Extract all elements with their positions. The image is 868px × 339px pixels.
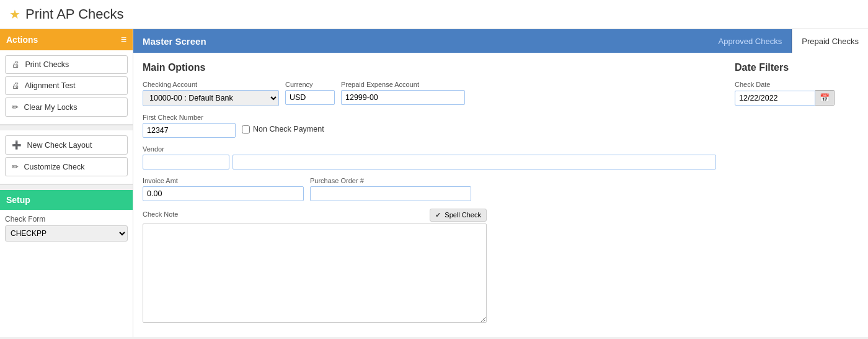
check-form-select[interactable]: CHECKPP CHECKSTD CHECKPRE bbox=[5, 225, 128, 242]
clear-my-locks-label: Clear My Locks bbox=[24, 103, 77, 112]
printer2-icon: 🖨 bbox=[12, 81, 20, 90]
check-note-textarea[interactable] bbox=[143, 224, 487, 323]
prepaid-expense-input[interactable] bbox=[341, 90, 465, 105]
form-row-1: Checking Account 10000-00 : Default Bank… bbox=[143, 81, 716, 106]
vendor-input-2[interactable] bbox=[232, 155, 716, 170]
form-row-vendor: Vendor bbox=[143, 145, 716, 170]
date-filters-panel: Date Filters Check Date 📅 bbox=[735, 62, 859, 328]
vendor-inputs bbox=[143, 155, 716, 170]
star-icon: ★ bbox=[9, 7, 20, 22]
setup-section: Setup Check Form CHECKPP CHECKSTD CHECKP… bbox=[0, 190, 133, 246]
main-body: Main Options Checking Account 10000-00 :… bbox=[133, 53, 868, 337]
printer-icon: 🖨 bbox=[12, 60, 20, 69]
setup-label: Setup bbox=[6, 195, 30, 205]
sidebar-divider-1 bbox=[0, 125, 133, 130]
invoice-amt-input[interactable] bbox=[143, 186, 304, 201]
vendor-input-1[interactable] bbox=[143, 155, 229, 170]
invoice-amt-group: Invoice Amt bbox=[143, 177, 304, 201]
master-screen-title: Master Screen bbox=[133, 29, 709, 53]
page-title: Print AP Checks bbox=[25, 6, 124, 22]
check-date-label: Check Date bbox=[735, 81, 859, 88]
currency-label: Currency bbox=[285, 81, 335, 88]
pencil-icon: ✏ bbox=[12, 103, 19, 112]
main-layout: Actions ≡ 🖨 Print Checks 🖨 Alignment Tes… bbox=[0, 29, 868, 337]
sidebar: Actions ≡ 🖨 Print Checks 🖨 Alignment Tes… bbox=[0, 29, 133, 337]
first-check-number-label: First Check Number bbox=[143, 114, 236, 121]
checking-account-select[interactable]: 10000-00 : Default Bank bbox=[143, 90, 279, 106]
main-options-panel: Main Options Checking Account 10000-00 :… bbox=[143, 62, 716, 328]
currency-group: Currency bbox=[285, 81, 335, 105]
spell-check-button[interactable]: ✔ Spell Check bbox=[430, 209, 487, 222]
non-check-payment-checkbox[interactable] bbox=[242, 125, 250, 133]
master-screen-header: Master Screen Approved Checks Prepaid Ch… bbox=[133, 29, 868, 53]
plus-icon: ➕ bbox=[12, 141, 22, 150]
sidebar-divider-2 bbox=[0, 185, 133, 190]
checking-account-group: Checking Account 10000-00 : Default Bank bbox=[143, 81, 279, 106]
check-icon: ✔ bbox=[435, 211, 441, 219]
purchase-order-input[interactable] bbox=[310, 186, 471, 201]
actions-header: Actions ≡ bbox=[0, 29, 133, 50]
checking-account-label: Checking Account bbox=[143, 81, 279, 88]
prepaid-expense-label: Prepaid Expense Account bbox=[341, 81, 465, 88]
vendor-label: Vendor bbox=[143, 145, 716, 153]
purchase-order-group: Purchase Order # bbox=[310, 177, 471, 201]
check-note-label: Check Note bbox=[143, 210, 178, 218]
main-options-title: Main Options bbox=[143, 62, 716, 73]
check-date-input[interactable] bbox=[735, 91, 815, 106]
print-checks-label: Print Checks bbox=[25, 60, 69, 69]
calendar-button[interactable]: 📅 bbox=[815, 90, 835, 106]
customize-check-label: Customize Check bbox=[24, 163, 84, 171]
menu-icon[interactable]: ≡ bbox=[121, 34, 126, 45]
spell-check-label: Spell Check bbox=[445, 211, 481, 219]
new-check-layout-label: New Check Layout bbox=[27, 141, 92, 150]
purchase-order-label: Purchase Order # bbox=[310, 177, 471, 184]
vendor-group: Vendor bbox=[143, 145, 716, 170]
first-check-number-group: First Check Number bbox=[143, 114, 236, 138]
currency-input[interactable] bbox=[285, 90, 335, 105]
main-content: Master Screen Approved Checks Prepaid Ch… bbox=[133, 29, 868, 337]
sidebar-setup-group: ➕ New Check Layout ✏ Customize Check bbox=[0, 130, 133, 185]
calendar-icon: 📅 bbox=[820, 93, 830, 102]
clear-my-locks-button[interactable]: ✏ Clear My Locks bbox=[5, 97, 128, 117]
tab-prepaid-checks[interactable]: Prepaid Checks bbox=[792, 29, 868, 53]
actions-label: Actions bbox=[6, 35, 38, 45]
check-date-group: Check Date 📅 bbox=[735, 81, 859, 106]
alignment-test-label: Alignment Test bbox=[25, 81, 76, 90]
check-note-group: Check Note ✔ Spell Check bbox=[143, 209, 487, 323]
first-check-number-input[interactable] bbox=[143, 123, 236, 138]
page-header: ★ Print AP Checks bbox=[0, 0, 868, 29]
setup-header: Setup bbox=[0, 190, 133, 210]
check-date-input-wrap: 📅 bbox=[735, 90, 859, 106]
tab-approved-checks[interactable]: Approved Checks bbox=[709, 29, 792, 53]
new-check-layout-button[interactable]: ➕ New Check Layout bbox=[5, 135, 128, 155]
print-checks-button[interactable]: 🖨 Print Checks bbox=[5, 55, 128, 74]
invoice-amt-label: Invoice Amt bbox=[143, 177, 304, 184]
customize-check-button[interactable]: ✏ Customize Check bbox=[5, 157, 128, 176]
prepaid-expense-group: Prepaid Expense Account bbox=[341, 81, 465, 105]
form-row-2: First Check Number Non Check Payment bbox=[143, 114, 716, 138]
date-filters-title: Date Filters bbox=[735, 62, 859, 73]
form-row-invoice: Invoice Amt Purchase Order # bbox=[143, 177, 716, 201]
sidebar-actions-group: 🖨 Print Checks 🖨 Alignment Test ✏ Clear … bbox=[0, 50, 133, 125]
pencil2-icon: ✏ bbox=[12, 163, 19, 171]
check-note-header: Check Note ✔ Spell Check bbox=[143, 209, 487, 222]
setup-body: Check Form CHECKPP CHECKSTD CHECKPRE bbox=[0, 210, 133, 246]
alignment-test-button[interactable]: 🖨 Alignment Test bbox=[5, 76, 128, 95]
non-check-payment-group: Non Check Payment bbox=[242, 125, 324, 133]
non-check-payment-label: Non Check Payment bbox=[253, 125, 324, 133]
check-form-label: Check Form bbox=[5, 215, 128, 224]
